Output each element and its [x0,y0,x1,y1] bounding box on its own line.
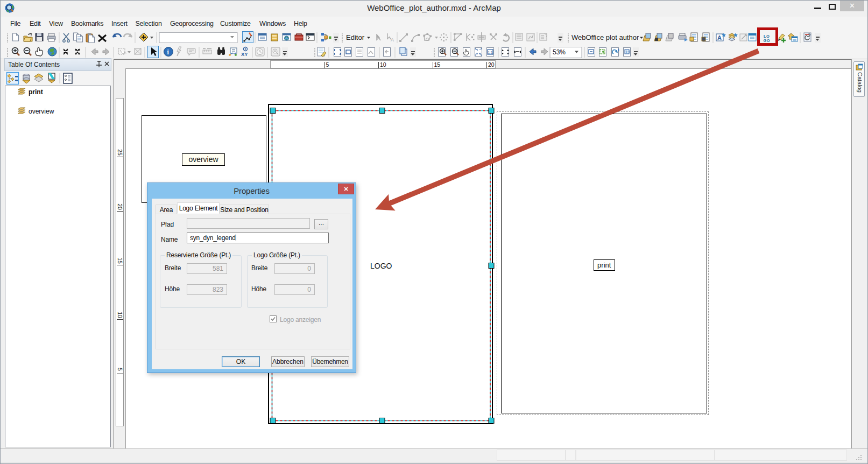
svg-text:53%: 53% [553,48,566,56]
svg-text:XY: XY [241,51,248,57]
svg-text:Editor: Editor [346,33,365,41]
svg-text:A: A [717,34,722,41]
svg-text:WebOffice plot author: WebOffice plot author [571,33,639,41]
svg-text:1:1: 1:1 [488,51,493,54]
svg-text:A: A [391,37,394,43]
svg-text:1:1: 1:1 [625,50,631,54]
